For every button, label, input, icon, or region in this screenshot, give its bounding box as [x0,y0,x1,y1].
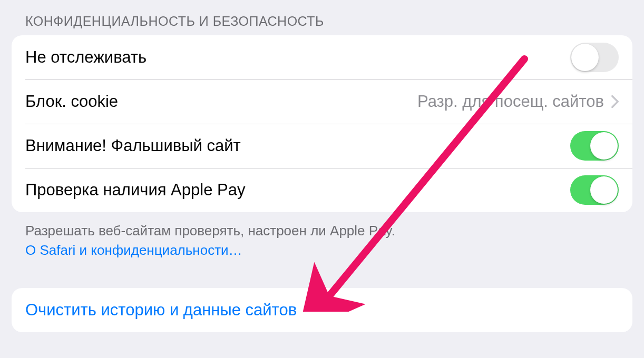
toggle-do-not-track[interactable] [570,43,619,72]
toggle-apple-pay-check[interactable] [570,175,619,205]
row-label: Не отслеживать [25,48,570,67]
row-do-not-track[interactable]: Не отслеживать [12,35,632,79]
clear-history-label: Очистить историю и данные сайтов [25,301,297,320]
row-clear-history[interactable]: Очистить историю и данные сайтов [12,288,632,332]
chevron-right-icon [611,95,619,108]
row-apple-pay-check[interactable]: Проверка наличия Apple Pay [12,168,632,212]
privacy-group: Не отслеживать Блок. cookie Разр. для по… [12,35,632,212]
footer-link[interactable]: О Safari и конфиденциальности… [25,241,619,260]
row-value: Разр. для посещ. сайтов [417,92,604,111]
toggle-knob [590,176,618,204]
row-label: Внимание! Фальшивый сайт [25,136,570,155]
clear-history-group: Очистить историю и данные сайтов [12,288,632,332]
toggle-knob [590,132,618,160]
row-label: Проверка наличия Apple Pay [25,181,570,200]
row-fraud-warning[interactable]: Внимание! Фальшивый сайт [12,124,632,168]
toggle-knob [571,44,599,71]
toggle-fraud-warning[interactable] [570,131,619,161]
row-block-cookie[interactable]: Блок. cookie Разр. для посещ. сайтов [12,79,632,124]
section-header: КОНФИДЕНЦИАЛЬНОСТЬ И БЕЗОПАСНОСТЬ [0,0,644,35]
section-footer: Разрешать веб-сайтам проверять, настроен… [0,212,644,260]
footer-text: Разрешать веб-сайтам проверять, настроен… [25,223,395,238]
row-label: Блок. cookie [25,92,417,111]
